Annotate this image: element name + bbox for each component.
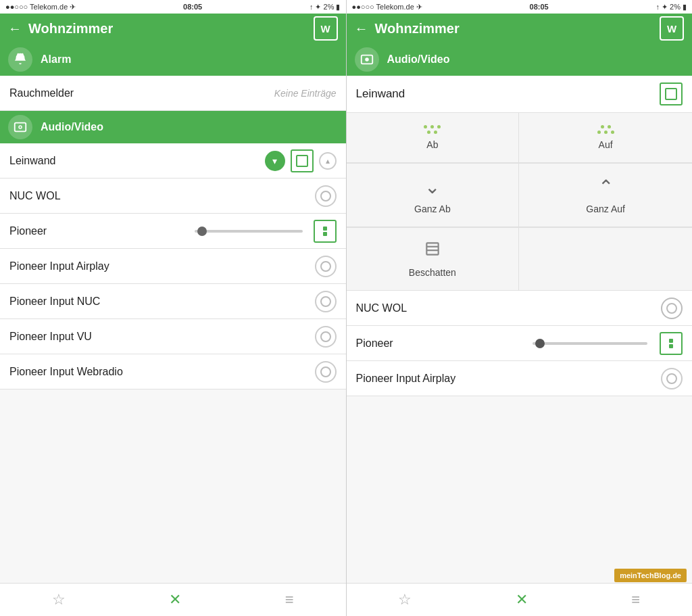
nuc-wol-button[interactable] xyxy=(315,185,337,207)
pioneer-slider-track[interactable] xyxy=(195,230,303,233)
leinwand-grid-row1: Ab Auf xyxy=(347,113,693,164)
ganz-ab-button[interactable]: ⌄ Ganz Ab xyxy=(347,164,520,227)
leinwand-up-icon: ▴ xyxy=(326,156,330,166)
right-pioneer-icon-inner xyxy=(666,338,676,349)
auf-dots-icon xyxy=(597,125,614,134)
left-back-button[interactable]: ← xyxy=(8,21,22,37)
ab-button[interactable]: Ab xyxy=(347,113,520,163)
pioneer-input-airplay-inner xyxy=(320,261,331,272)
left-tab-x[interactable]: ✕ xyxy=(169,591,181,609)
svg-point-3 xyxy=(18,125,22,129)
ganz-ab-icon: ⌄ xyxy=(424,176,440,198)
ganz-auf-icon: ⌃ xyxy=(598,176,614,198)
rauchmelder-label: Rauchmelder xyxy=(9,87,268,99)
left-tab-bar: ☆ ✕ ≡ xyxy=(0,583,346,616)
right-tab-x[interactable]: ✕ xyxy=(516,591,528,609)
leinwand-controls: ▾ ▴ xyxy=(265,149,337,172)
svg-rect-7 xyxy=(426,243,438,254)
nuc-wol-label: NUC WOL xyxy=(9,190,308,202)
right-pioneer-slider-thumb[interactable] xyxy=(535,339,545,348)
right-back-button[interactable]: ← xyxy=(355,21,368,37)
pioneer-row: Pioneer xyxy=(0,214,346,249)
pioneer-input-webradio-row: Pioneer Input Webradio xyxy=(0,354,346,389)
right-content: Leinwand Ab xyxy=(347,76,693,583)
ab-dots-icon xyxy=(424,125,441,134)
right-nuc-wol-label: NUC WOL xyxy=(356,302,655,314)
right-nav-bar: ← Wohnzimmer W xyxy=(347,14,693,43)
right-pioneer-square-button[interactable] xyxy=(660,332,683,355)
pioneer-input-vu-label: Pioneer Input VU xyxy=(9,331,308,343)
pioneer-slider-thumb[interactable] xyxy=(197,227,207,236)
rauchmelder-row: Rauchmelder Keine Einträge xyxy=(0,76,346,111)
right-status-time: 08:05 xyxy=(530,3,549,11)
right-pioneer-input-airplay-inner xyxy=(666,373,677,384)
beschatten-icon xyxy=(424,240,441,262)
left-content: Rauchmelder Keine Einträge Audio/Video L… xyxy=(0,76,346,583)
pioneer-input-vu-inner xyxy=(320,331,331,342)
right-audio-video-section-header: Audio/Video xyxy=(347,43,693,76)
watermark: meinTechBlog.de xyxy=(614,569,687,582)
alarm-section-header: Alarm xyxy=(0,43,346,76)
pioneer-input-webradio-button[interactable] xyxy=(315,361,337,383)
beschatten-button[interactable]: Beschatten xyxy=(347,228,520,290)
right-panel: ●●○○○ Telekom.de ✈ 08:05 ↑ ✦ 2% ▮ ← Wohn… xyxy=(347,0,693,616)
right-status-right: ↑ ✦ 2% ▮ xyxy=(656,3,687,11)
audio-video-section-header: Audio/Video xyxy=(0,111,346,143)
pioneer-square-button[interactable] xyxy=(314,220,337,243)
leinwand-grid-title-row: Leinwand xyxy=(347,76,693,113)
leinwand-square-button[interactable] xyxy=(291,149,314,172)
right-pioneer-slider-container xyxy=(533,342,647,345)
left-tab-menu[interactable]: ≡ xyxy=(285,591,294,609)
auf-button[interactable]: Auf xyxy=(519,113,692,163)
leinwand-up-button[interactable]: ▴ xyxy=(319,152,337,170)
right-status-left: ●●○○○ Telekom.de ✈ xyxy=(352,3,422,11)
pioneer-slider-container xyxy=(195,230,303,233)
pioneer-input-vu-button[interactable] xyxy=(315,326,337,348)
left-status-right: ↑ ✦ 2% ▮ xyxy=(310,3,341,11)
audio-video-icon xyxy=(8,115,32,139)
right-pioneer-row: Pioneer xyxy=(347,326,693,361)
right-nav-w-icon: W xyxy=(667,23,676,34)
pioneer-input-airplay-button[interactable] xyxy=(315,256,337,277)
svg-point-1 xyxy=(22,53,24,55)
ganz-auf-button[interactable]: ⌃ Ganz Auf xyxy=(519,164,692,227)
right-pioneer-input-airplay-row: Pioneer Input Airplay xyxy=(347,361,693,396)
nuc-wol-inner xyxy=(320,191,331,202)
left-nav-icon-button[interactable]: W xyxy=(314,16,338,41)
left-status-time: 08:05 xyxy=(183,3,202,11)
right-tab-bar: ☆ ✕ ≡ xyxy=(347,583,693,616)
left-nav-w-icon: W xyxy=(320,23,330,34)
svg-point-0 xyxy=(17,53,19,55)
left-status-bar: ●●○○○ Telekom.de ✈ 08:05 ↑ ✦ 2% ▮ xyxy=(0,0,346,14)
auf-label: Auf xyxy=(599,139,613,150)
right-tab-star[interactable]: ☆ xyxy=(398,591,412,609)
right-status-bar: ●●○○○ Telekom.de ✈ 08:05 ↑ ✦ 2% ▮ xyxy=(347,0,693,14)
pioneer-input-webradio-inner xyxy=(320,366,331,377)
pioneer-label: Pioneer xyxy=(9,225,188,237)
pioneer-input-airplay-label: Pioneer Input Airplay xyxy=(9,260,308,273)
leinwand-row: Leinwand ▾ ▴ xyxy=(0,143,346,179)
right-pioneer-label: Pioneer xyxy=(356,337,526,350)
leinwand-down-button[interactable]: ▾ xyxy=(265,151,285,171)
pioneer-input-nuc-inner xyxy=(320,296,331,307)
right-nuc-wol-button[interactable] xyxy=(661,298,683,319)
pioneer-input-nuc-button[interactable] xyxy=(315,291,337,312)
ab-label: Ab xyxy=(426,139,438,150)
left-panel: ●●○○○ Telekom.de ✈ 08:05 ↑ ✦ 2% ▮ ← Wohn… xyxy=(0,0,346,616)
nuc-wol-row: NUC WOL xyxy=(0,179,346,214)
pioneer-icon-inner xyxy=(320,226,330,237)
beschatten-label: Beschatten xyxy=(409,267,456,278)
right-nuc-wol-inner xyxy=(666,303,677,314)
leinwand-title-text: Leinwand xyxy=(356,87,405,101)
right-pioneer-input-airplay-button[interactable] xyxy=(661,368,683,389)
pioneer-input-webradio-label: Pioneer Input Webradio xyxy=(9,366,308,378)
right-nav-icon-button[interactable]: W xyxy=(660,16,684,41)
left-nav-title: Wohnzimmer xyxy=(28,21,314,37)
alarm-section-label: Alarm xyxy=(41,53,71,66)
leinwand-title-square-button[interactable] xyxy=(660,82,683,105)
left-tab-star[interactable]: ☆ xyxy=(52,591,66,609)
right-audio-video-section-label: Audio/Video xyxy=(387,53,450,66)
leinwand-title-inner-icon xyxy=(665,88,677,100)
right-pioneer-slider-track[interactable] xyxy=(533,342,647,345)
right-tab-menu[interactable]: ≡ xyxy=(631,591,640,609)
